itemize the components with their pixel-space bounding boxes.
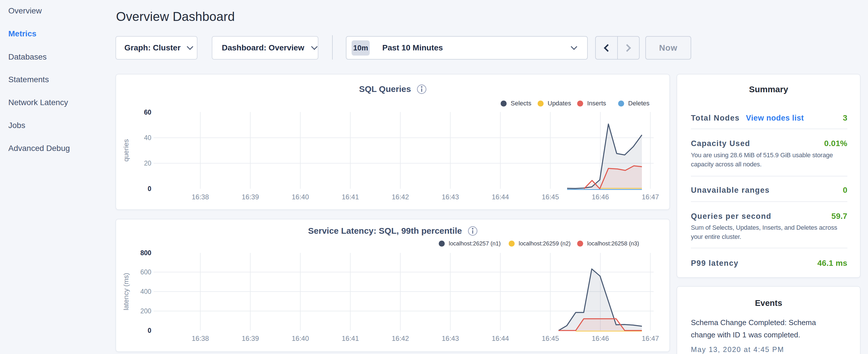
svg-text:16:44: 16:44 bbox=[492, 334, 509, 342]
svg-text:16:43: 16:43 bbox=[442, 193, 459, 201]
svg-text:0: 0 bbox=[148, 327, 151, 334]
svg-text:16:40: 16:40 bbox=[292, 334, 309, 342]
svg-text:20: 20 bbox=[144, 160, 151, 167]
svg-text:200: 200 bbox=[141, 307, 151, 315]
svg-text:600: 600 bbox=[141, 268, 151, 276]
svg-text:16:46: 16:46 bbox=[592, 334, 609, 342]
svg-text:16:41: 16:41 bbox=[342, 193, 359, 201]
svg-text:16:40: 16:40 bbox=[292, 193, 309, 201]
svg-text:16:41: 16:41 bbox=[342, 334, 359, 342]
svg-text:16:47: 16:47 bbox=[642, 334, 659, 342]
svg-text:0: 0 bbox=[148, 185, 151, 192]
svg-text:16:38: 16:38 bbox=[192, 334, 209, 342]
svg-text:60: 60 bbox=[144, 108, 151, 116]
svg-text:16:39: 16:39 bbox=[242, 193, 259, 201]
svg-text:latency (ms): latency (ms) bbox=[122, 273, 130, 311]
svg-text:16:45: 16:45 bbox=[541, 334, 559, 342]
svg-text:16:42: 16:42 bbox=[392, 193, 409, 201]
svg-text:16:44: 16:44 bbox=[492, 193, 509, 201]
svg-text:16:46: 16:46 bbox=[592, 193, 609, 201]
svg-text:400: 400 bbox=[141, 288, 151, 295]
svg-text:800: 800 bbox=[141, 249, 151, 257]
svg-text:queries: queries bbox=[122, 139, 130, 162]
svg-text:16:45: 16:45 bbox=[541, 193, 559, 201]
svg-text:40: 40 bbox=[144, 134, 151, 141]
svg-text:16:39: 16:39 bbox=[242, 334, 259, 342]
svg-text:16:38: 16:38 bbox=[192, 193, 209, 201]
svg-text:16:43: 16:43 bbox=[442, 334, 459, 342]
svg-text:16:42: 16:42 bbox=[392, 334, 409, 342]
svg-text:16:47: 16:47 bbox=[642, 193, 659, 201]
